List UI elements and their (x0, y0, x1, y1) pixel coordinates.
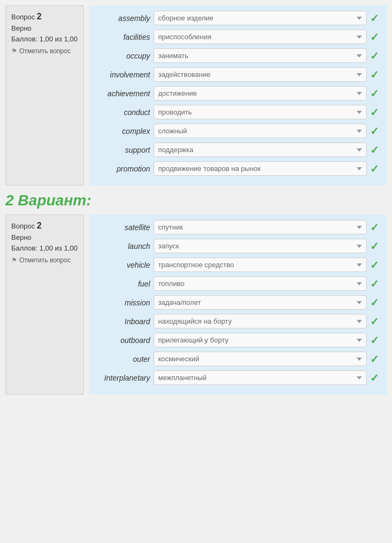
check-icon: ✓ (370, 69, 379, 80)
translation-select[interactable]: запуск (154, 239, 367, 253)
answer-row: satelliteспутник✓ (97, 220, 380, 234)
check-icon: ✓ (370, 51, 379, 61)
translation-select[interactable]: продвижение товаров на рынок (154, 161, 367, 176)
answer-row: involvementзадействование✓ (97, 67, 380, 82)
word-label: complex (97, 127, 150, 135)
answers-area-1: assemblyсборное изделие✓facilitiesприспо… (89, 5, 387, 185)
answer-row: outerкосмический✓ (97, 352, 380, 366)
word-label: fuel (97, 280, 150, 288)
answer-row: achievementдостижение✓ (97, 86, 380, 101)
check-icon: ✓ (370, 222, 379, 233)
translation-select[interactable]: космический (154, 352, 367, 366)
word-label: vehicle (97, 261, 150, 269)
check-icon: ✓ (370, 107, 379, 118)
check-icon: ✓ (370, 88, 379, 99)
check-icon: ✓ (370, 354, 379, 365)
translation-select[interactable]: сложный (154, 124, 367, 138)
translation-select[interactable]: проводить (154, 105, 367, 119)
check-icon: ✓ (370, 278, 379, 289)
word-label: support (97, 146, 150, 154)
check-icon: ✓ (370, 13, 379, 24)
answer-row: occupyзанимать✓ (97, 48, 380, 63)
answer-row: facilitiesприспособления✓ (97, 30, 380, 44)
flag-text-2: Отметить вопрос (19, 255, 70, 265)
word-label: conduct (97, 108, 150, 117)
translation-select[interactable]: транспортное средство (154, 258, 367, 272)
flag-text-1: Отметить вопрос (19, 46, 70, 56)
answer-row: conductпроводить✓ (97, 105, 380, 119)
word-label: launch (97, 242, 150, 251)
answer-row: launchзапуск✓ (97, 239, 380, 253)
translation-select[interactable]: топливо (154, 276, 367, 291)
correct-label-1: Верно (11, 23, 78, 34)
translation-select[interactable]: межпланетный (154, 370, 367, 385)
word-label: assembly (97, 14, 150, 23)
answer-row: vehicleтранспортное средство✓ (97, 258, 380, 272)
question-label-1: Вопрос 2 (11, 10, 78, 23)
page-wrapper: Вопрос 2 Верно Баллов: 1,00 из 1,00 ⚑ От… (0, 0, 392, 406)
answer-row: fuelтопливо✓ (97, 276, 380, 291)
word-label: satellite (97, 223, 150, 232)
translation-select[interactable]: приспособления (154, 30, 367, 44)
answer-row: complexсложный✓ (97, 124, 380, 138)
check-icon: ✓ (370, 126, 379, 137)
word-label: mission (97, 298, 150, 307)
answer-row: Inboardнаходящийся на борту✓ (97, 314, 380, 328)
answer-row: missionзадача/полет✓ (97, 295, 380, 310)
score-label-2: Баллов: 1,00 из 1,00 (11, 243, 78, 254)
flag-btn-1[interactable]: ⚑ Отметить вопрос (11, 46, 78, 56)
translation-select[interactable]: задача/полет (154, 295, 367, 310)
check-icon: ✓ (370, 163, 379, 174)
check-icon: ✓ (370, 32, 379, 42)
check-icon: ✓ (370, 316, 379, 327)
check-icon: ✓ (370, 260, 379, 270)
translation-select[interactable]: задействование (154, 67, 367, 82)
answer-row: outboardприлегающий у борту✓ (97, 333, 380, 347)
answer-row: promotionпродвижение товаров на рынок✓ (97, 161, 380, 176)
quiz-block-2: Вопрос 2 Верно Баллов: 1,00 из 1,00 ⚑ От… (5, 215, 387, 395)
translation-select[interactable]: сборное изделие (154, 11, 367, 25)
translation-select[interactable]: прилегающий у борту (154, 333, 367, 347)
check-icon: ✓ (370, 373, 379, 383)
sidebar-1: Вопрос 2 Верно Баллов: 1,00 из 1,00 ⚑ От… (5, 5, 84, 185)
flag-icon-2: ⚑ (11, 255, 17, 265)
question-num-2: 2 (37, 221, 42, 230)
translation-select[interactable]: находящийся на борту (154, 314, 367, 328)
answers-area-2: satelliteспутник✓launchзапуск✓vehicleтра… (89, 215, 387, 395)
word-label: Interplanetary (97, 374, 150, 382)
check-icon: ✓ (370, 145, 379, 155)
word-label: occupy (97, 52, 150, 60)
score-label-1: Баллов: 1,00 из 1,00 (11, 34, 78, 45)
answer-rows-2: satelliteспутник✓launchзапуск✓vehicleтра… (97, 220, 380, 385)
word-label: Inboard (97, 317, 150, 326)
quiz-block-1: Вопрос 2 Верно Баллов: 1,00 из 1,00 ⚑ От… (5, 5, 387, 185)
variant-heading: 2 Вариант: (5, 192, 387, 209)
question-text-1: Вопрос (11, 13, 35, 21)
answer-row: supportподдержка✓ (97, 142, 380, 157)
word-label: outboard (97, 336, 150, 345)
correct-label-2: Верно (11, 232, 78, 243)
translation-select[interactable]: поддержка (154, 142, 367, 157)
word-label: involvement (97, 70, 150, 79)
word-label: promotion (97, 165, 150, 173)
word-label: outer (97, 355, 150, 363)
word-label: facilities (97, 33, 150, 41)
question-text-2: Вопрос (11, 222, 35, 230)
flag-icon-1: ⚑ (11, 46, 17, 56)
question-label-2: Вопрос 2 (11, 219, 78, 232)
translation-select[interactable]: достижение (154, 86, 367, 101)
translation-select[interactable]: занимать (154, 48, 367, 63)
question-num-1: 2 (37, 12, 42, 21)
translation-select[interactable]: спутник (154, 220, 367, 234)
answer-row: assemblyсборное изделие✓ (97, 11, 380, 25)
sidebar-2: Вопрос 2 Верно Баллов: 1,00 из 1,00 ⚑ От… (5, 215, 84, 395)
check-icon: ✓ (370, 241, 379, 252)
check-icon: ✓ (370, 335, 379, 346)
flag-btn-2[interactable]: ⚑ Отметить вопрос (11, 255, 78, 265)
check-icon: ✓ (370, 297, 379, 308)
answer-rows-1: assemblyсборное изделие✓facilitiesприспо… (97, 11, 380, 176)
word-label: achievement (97, 89, 150, 98)
answer-row: Interplanetaryмежпланетный✓ (97, 370, 380, 385)
